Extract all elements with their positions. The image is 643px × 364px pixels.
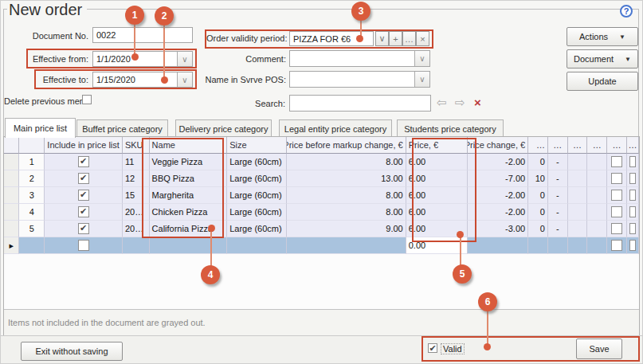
plus-icon[interactable]: +	[389, 31, 402, 46]
table-cell[interactable]: 8.00	[287, 204, 406, 221]
table-cell[interactable]	[468, 237, 528, 254]
tab-students-price-category[interactable]: Students price category	[397, 119, 504, 137]
help-icon[interactable]: ?	[620, 5, 633, 18]
table-cell[interactable]	[627, 204, 639, 221]
table-cell[interactable]	[4, 204, 19, 221]
table-cell[interactable]	[45, 237, 123, 254]
table-cell[interactable]	[4, 221, 19, 237]
table-cell[interactable]: 12	[123, 170, 150, 187]
table-cell[interactable]: Large (60cm)	[227, 170, 287, 187]
document-button[interactable]: Document ▼	[567, 49, 638, 68]
table-cell[interactable]: -2.00	[468, 187, 528, 204]
table-cell[interactable]: -	[548, 170, 568, 187]
table-cell[interactable]	[4, 170, 19, 187]
table-cell[interactable]: 8.00	[287, 187, 406, 204]
table-cell[interactable]: -	[548, 187, 568, 204]
table-cell[interactable]	[568, 221, 588, 237]
delete-previous-menu-checkbox[interactable]	[82, 95, 92, 104]
table-cell[interactable]: 2	[19, 170, 45, 187]
table-cell[interactable]: 5	[19, 221, 45, 237]
flag-checkbox[interactable]	[611, 156, 622, 167]
table-cell[interactable]	[548, 237, 568, 254]
table-cell[interactable]: 0	[528, 187, 548, 204]
table-cell[interactable]	[4, 187, 19, 204]
table-cell[interactable]	[587, 237, 607, 254]
comment-combobox[interactable]: ∨	[289, 50, 430, 67]
table-cell[interactable]: Large (60cm)	[227, 221, 287, 237]
table-cell[interactable]: 6.00	[406, 170, 468, 187]
table-cell[interactable]: 15	[123, 187, 150, 204]
table-cell[interactable]: 0	[528, 204, 548, 221]
include-in-price-list-checkbox[interactable]	[78, 240, 89, 251]
table-cell[interactable]	[627, 237, 639, 254]
flag-checkbox[interactable]	[611, 223, 622, 234]
table-cell[interactable]	[123, 237, 150, 254]
flag-checkbox[interactable]	[629, 240, 636, 251]
tab-main-price-list[interactable]: Main price list	[5, 118, 76, 138]
table-cell[interactable]: ✔	[45, 187, 123, 204]
table-cell[interactable]: -	[548, 221, 568, 237]
table-cell[interactable]: -7.00	[468, 170, 528, 187]
table-cell[interactable]	[4, 154, 19, 170]
table-cell[interactable]: -2.00	[468, 204, 528, 221]
include-in-price-list-checkbox[interactable]: ✔	[78, 190, 89, 201]
search-input[interactable]	[289, 95, 431, 112]
table-cell[interactable]	[568, 154, 588, 170]
table-cell[interactable]: 11	[123, 154, 150, 170]
chevron-down-icon[interactable]: ∨	[414, 72, 429, 87]
chevron-down-icon[interactable]: ∨	[414, 51, 429, 66]
table-cell[interactable]: 0.00	[406, 237, 468, 254]
table-cell[interactable]: 20…	[123, 204, 150, 221]
table-cell[interactable]: -	[548, 154, 568, 170]
table-cell[interactable]	[607, 187, 627, 204]
table-cell[interactable]	[19, 237, 45, 254]
table-cell[interactable]	[587, 221, 607, 237]
table-cell[interactable]	[528, 237, 548, 254]
table-cell[interactable]	[227, 237, 287, 254]
table-cell[interactable]: Veggie Pizza	[150, 154, 228, 170]
flag-checkbox[interactable]	[629, 190, 636, 201]
table-cell[interactable]: 6.00	[406, 204, 468, 221]
table-cell[interactable]	[627, 187, 639, 204]
table-cell[interactable]: -	[548, 204, 568, 221]
flag-checkbox[interactable]	[611, 190, 622, 201]
table-cell[interactable]	[607, 221, 627, 237]
tab-delivery-price-category[interactable]: Delivery price category	[175, 119, 272, 137]
flag-checkbox[interactable]	[611, 240, 622, 251]
table-cell[interactable]: 13.00	[287, 170, 406, 187]
flag-checkbox[interactable]	[629, 173, 636, 184]
include-in-price-list-checkbox[interactable]: ✔	[78, 206, 89, 217]
table-cell[interactable]	[607, 170, 627, 187]
table-cell[interactable]: Margherita	[150, 187, 228, 204]
document-no-input[interactable]: 0022	[92, 27, 193, 43]
table-cell[interactable]	[587, 170, 607, 187]
table-cell[interactable]	[150, 237, 228, 254]
table-cell[interactable]: ✔	[45, 170, 123, 187]
table-cell[interactable]	[568, 170, 588, 187]
table-cell[interactable]: -3.00	[468, 221, 528, 237]
table-cell[interactable]	[627, 170, 639, 187]
flag-checkbox[interactable]	[611, 173, 622, 184]
search-forward-icon[interactable]: ⇨	[455, 96, 465, 110]
table-cell[interactable]: 8.00	[287, 154, 406, 170]
table-cell[interactable]	[627, 154, 639, 170]
include-in-price-list-checkbox[interactable]: ✔	[78, 223, 89, 234]
chevron-down-icon[interactable]: ∨	[177, 52, 192, 66]
search-back-icon[interactable]: ⇦	[437, 96, 447, 110]
table-cell[interactable]	[587, 204, 607, 221]
tab-buffet-price-category[interactable]: Buffet price category	[76, 119, 168, 137]
actions-button[interactable]: Actions ▼	[567, 27, 638, 46]
table-cell[interactable]: 6.00	[406, 187, 468, 204]
table-cell[interactable]	[607, 204, 627, 221]
table-cell[interactable]: Chicken Pizza	[150, 204, 228, 221]
table-cell[interactable]: 1	[19, 154, 45, 170]
table-cell[interactable]: Large (60cm)	[227, 187, 287, 204]
flag-checkbox[interactable]	[629, 206, 636, 217]
table-cell[interactable]: ✔	[45, 154, 123, 170]
table-cell[interactable]: ▸	[4, 237, 19, 254]
table-cell[interactable]: 20…	[123, 221, 150, 237]
ellipsis-icon[interactable]: …	[402, 31, 416, 46]
table-cell[interactable]	[587, 187, 607, 204]
table-cell[interactable]	[568, 187, 588, 204]
flag-checkbox[interactable]	[611, 206, 622, 217]
